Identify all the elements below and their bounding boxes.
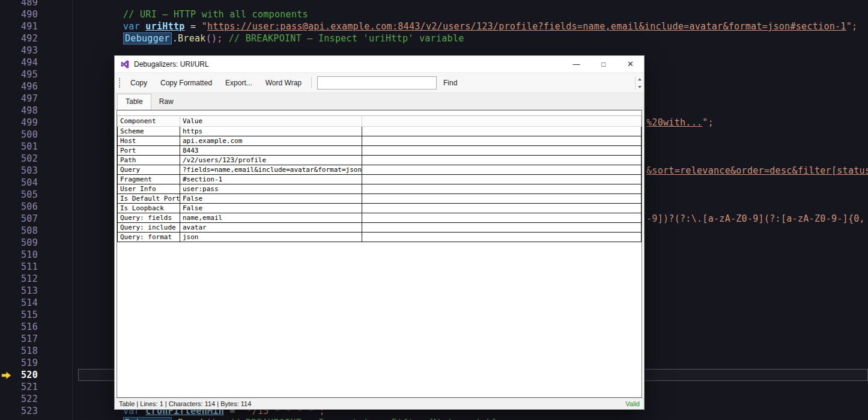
line-number-508[interactable]: 508 bbox=[0, 225, 38, 237]
line-number-515[interactable]: 515 bbox=[0, 309, 38, 321]
line-number-502[interactable]: 502 bbox=[0, 153, 38, 165]
value-cell[interactable]: avatar bbox=[180, 223, 362, 233]
component-cell[interactable]: Query: include bbox=[118, 223, 180, 233]
table-row[interactable]: Query: formatjson bbox=[118, 233, 642, 242]
line-number-495[interactable]: 495 bbox=[0, 68, 38, 81]
line-number-496[interactable]: 496 bbox=[0, 81, 38, 93]
line-number-491[interactable]: 491 bbox=[0, 20, 38, 32]
value-cell[interactable]: #section-1 bbox=[180, 175, 362, 184]
line-number-490[interactable]: 490 bbox=[0, 8, 38, 20]
dialog-titlebar[interactable]: Debugalizers: URI/URL — □ ✕ bbox=[115, 56, 644, 72]
toolbar-overflow-button[interactable] bbox=[635, 76, 642, 90]
filler-cell[interactable] bbox=[362, 156, 642, 165]
tab-raw[interactable]: Raw bbox=[151, 94, 181, 109]
line-number-521[interactable]: 521 bbox=[0, 381, 38, 393]
component-cell[interactable]: Query bbox=[118, 165, 180, 175]
url-string-token[interactable]: https://user:pass@api.example.com:8443/v… bbox=[207, 21, 846, 32]
line-number-498[interactable]: 498 bbox=[0, 105, 38, 117]
filler-cell[interactable] bbox=[362, 146, 642, 156]
component-cell[interactable]: Is Loopback bbox=[118, 204, 180, 213]
line-number-511[interactable]: 511 bbox=[0, 261, 38, 273]
component-cell[interactable]: User Info bbox=[118, 184, 180, 194]
word-wrap-button[interactable]: Word Wrap bbox=[259, 75, 308, 91]
component-cell[interactable]: Fragment bbox=[118, 175, 180, 184]
filler-cell[interactable] bbox=[362, 233, 642, 242]
copy-button[interactable]: Copy bbox=[124, 75, 154, 91]
table-row[interactable]: Hostapi.example.com bbox=[118, 136, 642, 146]
dialog-title: Debugalizers: URI/URL bbox=[134, 60, 209, 68]
line-number-518[interactable]: 518 bbox=[0, 345, 38, 357]
line-number-510[interactable]: 510 bbox=[0, 249, 38, 261]
component-column-header[interactable]: Component bbox=[118, 116, 180, 127]
line-number-519[interactable]: 519 bbox=[0, 357, 38, 369]
value-cell[interactable]: user:pass bbox=[180, 184, 362, 194]
close-button[interactable]: ✕ bbox=[617, 56, 644, 72]
line-number-517[interactable]: 517 bbox=[0, 333, 38, 345]
component-cell[interactable]: Host bbox=[118, 136, 180, 146]
value-cell[interactable]: 8443 bbox=[180, 146, 362, 156]
value-cell[interactable]: json bbox=[180, 233, 362, 242]
line-number-494[interactable]: 494 bbox=[0, 56, 38, 68]
tab-table[interactable]: Table bbox=[117, 94, 151, 109]
line-number-504[interactable]: 504 bbox=[0, 177, 38, 189]
line-number-500[interactable]: 500 bbox=[0, 129, 38, 141]
table-row[interactable]: Query: fieldsname,email bbox=[118, 213, 642, 223]
component-cell[interactable]: Scheme bbox=[118, 127, 180, 136]
line-number-516[interactable]: 516 bbox=[0, 321, 38, 333]
component-cell[interactable]: Path bbox=[118, 156, 180, 165]
value-cell[interactable]: api.example.com bbox=[180, 136, 362, 146]
filler-cell[interactable] bbox=[362, 204, 642, 213]
filler-cell[interactable] bbox=[362, 175, 642, 184]
table-row[interactable]: Fragment#section-1 bbox=[118, 175, 642, 184]
line-number-492[interactable]: 492 bbox=[0, 32, 38, 44]
maximize-button[interactable]: □ bbox=[590, 56, 617, 72]
value-cell[interactable]: ?fields=name,email&include=avatar&format… bbox=[180, 165, 362, 175]
line-number-512[interactable]: 512 bbox=[0, 273, 38, 285]
table-row[interactable]: Query: includeavatar bbox=[118, 223, 642, 233]
line-number-523[interactable]: 523 bbox=[0, 405, 38, 417]
value-cell[interactable]: https bbox=[180, 127, 362, 136]
line-number-493[interactable]: 493 bbox=[0, 44, 38, 56]
line-number-522[interactable]: 522 bbox=[0, 393, 38, 405]
filler-cell[interactable] bbox=[362, 213, 642, 223]
line-number-501[interactable]: 501 bbox=[0, 141, 38, 153]
filler-cell[interactable] bbox=[362, 127, 642, 136]
filler-cell[interactable] bbox=[362, 194, 642, 204]
filler-cell[interactable] bbox=[362, 184, 642, 194]
find-input[interactable] bbox=[317, 76, 437, 90]
value-column-header[interactable]: Value bbox=[180, 116, 362, 127]
filler-cell[interactable] bbox=[362, 223, 642, 233]
export-button[interactable]: Export... bbox=[219, 75, 259, 91]
value-cell[interactable]: /v2/users/123/profile bbox=[180, 156, 362, 165]
filler-cell[interactable] bbox=[362, 136, 642, 146]
toolbar-grip[interactable] bbox=[119, 78, 121, 88]
value-cell[interactable]: False bbox=[180, 194, 362, 204]
filler-cell[interactable] bbox=[362, 165, 642, 175]
line-number-506[interactable]: 506 bbox=[0, 201, 38, 213]
line-number-513[interactable]: 513 bbox=[0, 285, 38, 297]
find-button[interactable]: Find bbox=[437, 75, 464, 91]
minimize-button[interactable]: — bbox=[563, 56, 590, 72]
value-cell[interactable]: name,email bbox=[180, 213, 362, 223]
table-row[interactable]: Schemehttps bbox=[118, 127, 642, 136]
line-number-505[interactable]: 505 bbox=[0, 189, 38, 201]
line-number-503[interactable]: 503 bbox=[0, 165, 38, 177]
line-number-509[interactable]: 509 bbox=[0, 237, 38, 249]
line-number-514[interactable]: 514 bbox=[0, 297, 38, 309]
line-number-497[interactable]: 497 bbox=[0, 93, 38, 105]
table-row[interactable]: Port8443 bbox=[118, 146, 642, 156]
component-cell[interactable]: Port bbox=[118, 146, 180, 156]
component-cell[interactable]: Query: format bbox=[118, 233, 180, 242]
value-cell[interactable]: False bbox=[180, 204, 362, 213]
line-number-489[interactable]: 489 bbox=[0, 0, 38, 8]
table-row[interactable]: Is Default PortFalse bbox=[118, 194, 642, 204]
table-row[interactable]: Is LoopbackFalse bbox=[118, 204, 642, 213]
table-row[interactable]: Query?fields=name,email&include=avatar&f… bbox=[118, 165, 642, 175]
table-row[interactable]: User Infouser:pass bbox=[118, 184, 642, 194]
line-number-507[interactable]: 507 bbox=[0, 213, 38, 225]
copy-formatted-button[interactable]: Copy Formatted bbox=[154, 75, 219, 91]
table-row[interactable]: Path/v2/users/123/profile bbox=[118, 156, 642, 165]
component-cell[interactable]: Is Default Port bbox=[118, 194, 180, 204]
component-cell[interactable]: Query: fields bbox=[118, 213, 180, 223]
line-number-499[interactable]: 499 bbox=[0, 117, 38, 129]
